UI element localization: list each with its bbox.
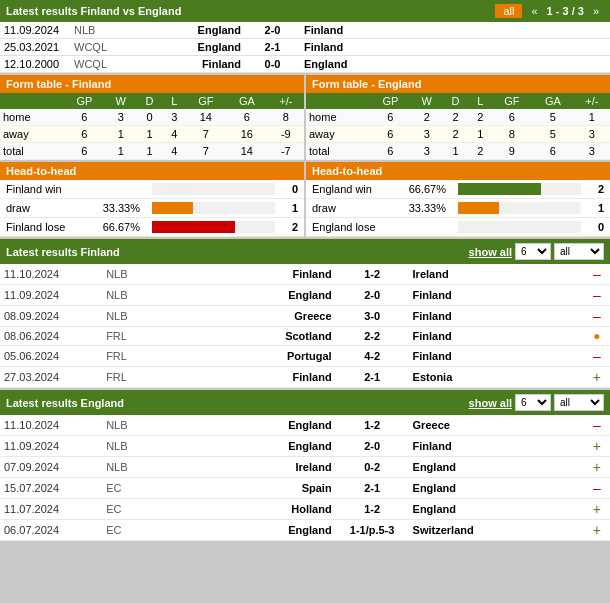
- result-team2: Ireland: [409, 264, 584, 285]
- result-date: 11.09.2024: [0, 436, 102, 457]
- minus-icon: –: [593, 287, 601, 303]
- h2h-bar: [452, 218, 587, 237]
- team2-cell: England: [300, 56, 610, 73]
- top-header-controls: all « 1 - 3 / 3 »: [495, 4, 604, 18]
- result-comp: NLB: [102, 436, 160, 457]
- latest-finland-controls: show all 61020 allhomeaway: [469, 243, 604, 260]
- form-cell: 8: [492, 126, 532, 143]
- result-team1: Spain: [161, 478, 336, 499]
- result-team2: Finland: [409, 327, 584, 346]
- result-icon: –: [584, 285, 610, 306]
- plus-icon: +: [593, 459, 601, 475]
- form-cell: total: [0, 143, 64, 160]
- form-cell: 1: [105, 143, 136, 160]
- result-comp: FRL: [102, 346, 160, 367]
- h2h-count: 2: [587, 180, 610, 199]
- score-cell: 2-0: [245, 22, 300, 39]
- latest-finland-results: 11.10.2024 NLB Finland 1-2 Ireland – 11.…: [0, 264, 610, 388]
- latest-england-header: Latest results England show all 61020 al…: [0, 390, 610, 415]
- plus-icon: +: [593, 522, 601, 538]
- result-date: 08.06.2024: [0, 327, 102, 346]
- form-header-cell: D: [442, 93, 468, 109]
- team1-cell: Finland: [115, 56, 245, 73]
- h2h-row: England win 66.67% 2: [306, 180, 610, 199]
- form-cell: 0: [136, 109, 162, 126]
- form-cell: 2: [442, 126, 468, 143]
- result-team1: Scotland: [161, 327, 336, 346]
- form-cell: home: [306, 109, 370, 126]
- finland-count-select[interactable]: 61020: [515, 243, 551, 260]
- plus-icon: +: [593, 369, 601, 385]
- result-team1: England: [161, 520, 336, 541]
- form-header-cell: GF: [186, 93, 226, 109]
- minus-icon: –: [593, 480, 601, 496]
- result-icon: –: [584, 346, 610, 367]
- form-england-table: GPWDLGFGA+/-home6222651away6321853total6…: [306, 93, 610, 160]
- table-row: 08.09.2024 NLB Greece 3-0 Finland –: [0, 306, 610, 327]
- h2h-pct: [396, 218, 452, 237]
- h2h-count: 2: [281, 218, 304, 237]
- result-date: 15.07.2024: [0, 478, 102, 499]
- h2h-row: Finland win 0: [0, 180, 304, 199]
- form-finland-header: Form table - Finland: [0, 75, 304, 93]
- form-header-cell: GP: [370, 93, 412, 109]
- h2h-england-table: England win 66.67% 2 draw 33.33% 1 Engla…: [306, 180, 610, 237]
- next-button[interactable]: »: [588, 4, 604, 18]
- h2h-row: Finland lose 66.67% 2: [0, 218, 304, 237]
- form-cell: 3: [574, 126, 610, 143]
- form-cell: 6: [370, 126, 412, 143]
- finland-filter-select[interactable]: allhomeaway: [554, 243, 604, 260]
- form-cell: 2: [411, 109, 442, 126]
- result-comp: NLB: [102, 285, 160, 306]
- result-comp: NLB: [102, 306, 160, 327]
- prev-button[interactable]: «: [526, 4, 542, 18]
- result-comp: NLB: [102, 264, 160, 285]
- result-team1: Finland: [161, 367, 336, 388]
- result-date: 05.06.2024: [0, 346, 102, 367]
- form-header-cell: GF: [492, 93, 532, 109]
- form-header-cell: GA: [226, 93, 268, 109]
- table-row: 11.09.2024 NLB England 2-0 Finland –: [0, 285, 610, 306]
- form-row: total6114714-7: [0, 143, 304, 160]
- result-score: 2-1: [336, 478, 409, 499]
- form-row: home6222651: [306, 109, 610, 126]
- form-cell: 9: [492, 143, 532, 160]
- score-cell: 2-1: [245, 39, 300, 56]
- result-score: 2-0: [336, 285, 409, 306]
- form-cell: 1: [469, 126, 492, 143]
- h2h-label: draw: [0, 199, 90, 218]
- form-header-cell: GA: [532, 93, 574, 109]
- form-cell: 16: [226, 126, 268, 143]
- show-all-england-link[interactable]: show all: [469, 397, 512, 409]
- page-info: 1 - 3 / 3: [547, 5, 584, 17]
- minus-icon: –: [593, 417, 601, 433]
- result-team1: Holland: [161, 499, 336, 520]
- h2h-row: draw 33.33% 1: [0, 199, 304, 218]
- result-score: 0-2: [336, 457, 409, 478]
- result-team2: England: [409, 457, 584, 478]
- h2h-bar: [146, 218, 281, 237]
- h2h-row: draw 33.33% 1: [306, 199, 610, 218]
- comp-cell: WCQL: [70, 39, 115, 56]
- result-team2: Finland: [409, 436, 584, 457]
- show-all-finland-link[interactable]: show all: [469, 246, 512, 258]
- result-icon: –: [584, 478, 610, 499]
- result-comp: EC: [102, 499, 160, 520]
- form-header-cell: L: [469, 93, 492, 109]
- latest-england-title: Latest results England: [6, 397, 124, 409]
- form-cell: 6: [492, 109, 532, 126]
- result-score: 2-1: [336, 367, 409, 388]
- h2h-pct: [90, 180, 146, 199]
- form-cell: 5: [532, 109, 574, 126]
- result-team2: Finland: [409, 306, 584, 327]
- latest-england-results: 11.10.2024 NLB England 1-2 Greece – 11.0…: [0, 415, 610, 541]
- form-cell: 1: [442, 143, 468, 160]
- result-comp: NLB: [102, 415, 160, 436]
- all-button[interactable]: all: [495, 4, 522, 18]
- england-count-select[interactable]: 61020: [515, 394, 551, 411]
- table-row: 11.10.2024 NLB Finland 1-2 Ireland –: [0, 264, 610, 285]
- circle-icon: ●: [593, 329, 600, 343]
- england-filter-select[interactable]: allhomeaway: [554, 394, 604, 411]
- form-header-cell: L: [163, 93, 186, 109]
- form-header-cell: D: [136, 93, 162, 109]
